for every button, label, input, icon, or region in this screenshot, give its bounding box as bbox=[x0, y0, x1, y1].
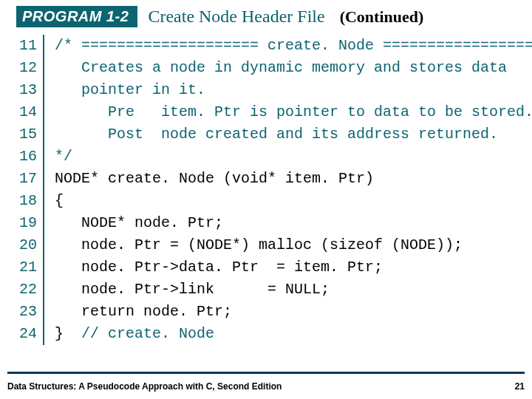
footer-rule bbox=[7, 372, 525, 374]
line-number: 13 bbox=[16, 79, 37, 101]
code-body: /* ==================== create. Node ===… bbox=[44, 35, 532, 345]
program-title: Create Node Header File bbox=[148, 7, 324, 27]
code-line: Creates a node in dynamic memory and sto… bbox=[55, 57, 532, 79]
code-line: return node. Ptr; bbox=[55, 301, 532, 323]
code-line: node. Ptr->data. Ptr = item. Ptr; bbox=[55, 256, 532, 279]
line-number: 15 bbox=[16, 123, 37, 146]
continued-label: (Continued) bbox=[340, 7, 424, 27]
code-line: Pre item. Ptr is pointer to data to be s… bbox=[55, 101, 532, 123]
line-number: 24 bbox=[16, 323, 37, 345]
line-number: 20 bbox=[16, 234, 37, 256]
code-line: pointer in it. bbox=[55, 79, 532, 101]
code-line: Post node created and its address return… bbox=[55, 123, 532, 146]
line-number: 18 bbox=[16, 190, 37, 212]
code-line: node. Ptr->link = NULL; bbox=[55, 279, 532, 301]
line-number: 19 bbox=[16, 212, 37, 234]
line-number: 12 bbox=[16, 57, 37, 79]
page-number: 21 bbox=[515, 381, 525, 392]
code-line: } // create. Node bbox=[55, 323, 532, 345]
line-number: 22 bbox=[16, 279, 37, 301]
line-number: 21 bbox=[16, 256, 37, 279]
line-number: 11 bbox=[16, 35, 37, 57]
code-line: node. Ptr = (NODE*) malloc (sizeof (NODE… bbox=[55, 234, 532, 256]
program-header: PROGRAM 1-2 Create Node Header File (Con… bbox=[0, 0, 532, 30]
code-line: */ bbox=[55, 146, 532, 168]
book-title: Data Structures: A Pseudocode Approach w… bbox=[7, 381, 282, 392]
code-line: NODE* create. Node (void* item. Ptr) bbox=[55, 168, 532, 190]
program-label: PROGRAM 1-2 bbox=[16, 6, 137, 27]
code-listing: 1112131415161718192021222324 /* ========… bbox=[0, 35, 532, 345]
code-line: { bbox=[55, 190, 532, 212]
line-number: 23 bbox=[16, 301, 37, 323]
line-number: 16 bbox=[16, 146, 37, 168]
line-number: 17 bbox=[16, 168, 37, 190]
page-footer: Data Structures: A Pseudocode Approach w… bbox=[7, 381, 525, 392]
code-line: NODE* node. Ptr; bbox=[55, 212, 532, 234]
line-number: 14 bbox=[16, 101, 37, 123]
line-number-gutter: 1112131415161718192021222324 bbox=[16, 35, 44, 345]
code-line: /* ==================== create. Node ===… bbox=[55, 35, 532, 57]
